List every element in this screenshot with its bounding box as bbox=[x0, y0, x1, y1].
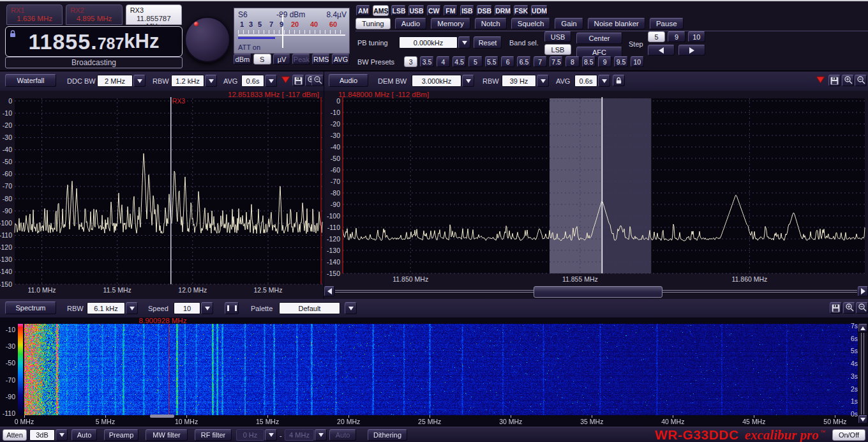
passband-lock-button[interactable] bbox=[613, 75, 625, 86]
left-avg-value[interactable]: 0.6s bbox=[241, 75, 264, 87]
left-zoom-out-button[interactable] bbox=[311, 75, 324, 86]
s-meter-unit-rms-button[interactable]: RMS bbox=[312, 54, 330, 65]
right-avg-value[interactable]: 0.6s bbox=[574, 75, 597, 87]
scroll-left-button[interactable] bbox=[324, 286, 334, 296]
right-rbw-value[interactable]: 39 Hz bbox=[502, 75, 536, 87]
step-5-button[interactable]: 5 bbox=[648, 31, 665, 42]
mode-usb-button[interactable]: USB bbox=[408, 5, 424, 16]
mode-cw-button[interactable]: CW bbox=[427, 5, 441, 16]
bw-preset-8.5-button[interactable]: 8.5 bbox=[582, 56, 595, 67]
left-rbw-dropdown[interactable] bbox=[205, 75, 217, 87]
pb-tuning-dropdown-button[interactable] bbox=[458, 36, 470, 49]
right-marker-icon[interactable] bbox=[816, 75, 825, 86]
tuning-knob[interactable] bbox=[184, 17, 230, 63]
dem-bw-value[interactable]: 3.000kHz bbox=[412, 75, 461, 87]
band-lsb-button[interactable]: LSB bbox=[544, 44, 571, 55]
ddc-bw-dropdown[interactable] bbox=[133, 75, 146, 87]
scrollbar-thumb[interactable] bbox=[534, 286, 662, 298]
bw-preset-3-button[interactable]: 3 bbox=[404, 56, 417, 67]
bw-preset-3.5-button[interactable]: 3.5 bbox=[420, 56, 433, 67]
bw-preset-4-button[interactable]: 4 bbox=[437, 56, 450, 67]
atten-auto-button[interactable]: Auto bbox=[71, 429, 97, 441]
right-save-button[interactable] bbox=[828, 75, 841, 86]
tab-squelch[interactable]: Squelch bbox=[511, 18, 551, 29]
wf-speed-value[interactable]: 10 bbox=[174, 302, 200, 314]
bw-preset-5.5-button[interactable]: 5.5 bbox=[485, 56, 498, 67]
receiver-tab-rx2[interactable]: RX24.895 MHz bbox=[66, 4, 122, 25]
palette-value[interactable]: Default bbox=[279, 302, 340, 314]
mw-filter-button[interactable]: MW filter bbox=[146, 429, 188, 441]
bw-preset-7.5-button[interactable]: 7.5 bbox=[550, 56, 563, 67]
mode-ams-button[interactable]: AMS bbox=[373, 5, 389, 16]
tab-noise-blanker[interactable]: Noise blanker bbox=[588, 18, 645, 29]
bw-preset-4.5-button[interactable]: 4.5 bbox=[453, 56, 466, 67]
mode-fsk-button[interactable]: FSK bbox=[514, 5, 528, 16]
palette-dropdown[interactable] bbox=[345, 302, 357, 314]
waterfall-view-button[interactable]: Waterfall bbox=[5, 74, 56, 87]
onoff-button[interactable]: On/Off bbox=[832, 429, 865, 441]
tab-pause[interactable]: Pause bbox=[650, 18, 684, 29]
left-rbw-value[interactable]: 1.2 kHz bbox=[171, 75, 204, 87]
pb-reset-button[interactable]: Reset bbox=[474, 36, 502, 49]
rf-filter-button[interactable]: RF filter bbox=[195, 429, 232, 441]
atten-button[interactable]: Atten bbox=[3, 429, 27, 441]
rf-high-dropdown[interactable] bbox=[315, 429, 327, 441]
step-9-button[interactable]: 9 bbox=[668, 31, 685, 42]
tab-notch[interactable]: Notch bbox=[475, 18, 507, 29]
receiver-tab-rx1[interactable]: RX11.636 MHz bbox=[6, 4, 63, 25]
scroll-right-button[interactable] bbox=[858, 286, 868, 296]
frequency-display[interactable]: 11855. 787 kHz bbox=[5, 26, 183, 57]
wf-save-button[interactable] bbox=[830, 302, 842, 314]
wf-rbw-value[interactable]: 6.1 kHz bbox=[87, 302, 125, 314]
band-usb-button[interactable]: USB bbox=[544, 31, 571, 42]
scroll-down-button[interactable] bbox=[858, 415, 867, 423]
receiver-tab-rx3[interactable]: RX311.855787 MHz bbox=[126, 4, 182, 25]
bw-preset-8-button[interactable]: 8 bbox=[565, 56, 579, 67]
bw-preset-6-button[interactable]: 6 bbox=[501, 56, 514, 67]
mode-am-button[interactable]: AM bbox=[356, 5, 370, 16]
waterfall-display[interactable] bbox=[24, 324, 858, 415]
tab-memory[interactable]: Memory bbox=[431, 18, 470, 29]
demod-spectrum-plot[interactable]: 0-10-20-30-40-50-60-70-80-90-100-110-120… bbox=[324, 91, 868, 286]
s-meter-unit-avg-button[interactable]: AVG bbox=[332, 54, 350, 65]
wf-pause-button[interactable] bbox=[225, 302, 239, 314]
bw-preset-6.5-button[interactable]: 6.5 bbox=[517, 56, 530, 67]
pb-tuning-input[interactable]: 0.000kHz bbox=[399, 36, 458, 49]
wf-rbw-dropdown[interactable] bbox=[126, 302, 138, 314]
tab-audio[interactable]: Audio bbox=[395, 18, 426, 29]
mode-fm-button[interactable]: FM bbox=[444, 5, 458, 16]
wf-zoom-out-button[interactable] bbox=[856, 302, 868, 314]
step-up-button[interactable] bbox=[678, 45, 705, 56]
bw-preset-10-button[interactable]: 10 bbox=[631, 56, 644, 67]
atten-dropdown[interactable] bbox=[56, 429, 68, 441]
preamp-button[interactable]: Preamp bbox=[104, 429, 138, 441]
right-avg-dropdown[interactable] bbox=[598, 75, 610, 87]
ddc-spectrum-plot[interactable]: 0-10-20-30-40-50-60-70-80-90-100-110-120… bbox=[0, 91, 324, 299]
dithering-button[interactable]: Dithering bbox=[368, 429, 407, 441]
atten-value[interactable]: 3dB bbox=[29, 429, 55, 441]
mode-drm-button[interactable]: DRM bbox=[495, 5, 511, 16]
dem-bw-dropdown[interactable] bbox=[462, 75, 474, 87]
step-down-button[interactable] bbox=[648, 45, 675, 56]
mode-dsb-button[interactable]: DSB bbox=[477, 5, 492, 16]
spectrum-view-button[interactable]: Spectrum bbox=[5, 301, 56, 314]
bw-preset-9.5-button[interactable]: 9.5 bbox=[614, 56, 627, 67]
wf-zoom-in-button[interactable] bbox=[843, 302, 855, 314]
mode-isb-button[interactable]: ISB bbox=[460, 5, 474, 16]
step-10-button[interactable]: 10 bbox=[688, 31, 705, 42]
s-meter-unit-µv-button[interactable]: µV bbox=[273, 54, 291, 65]
rf-low-dropdown[interactable] bbox=[265, 429, 277, 441]
ddc-bw-value[interactable]: 2 MHz bbox=[97, 75, 133, 87]
wf-speed-dropdown[interactable] bbox=[201, 302, 213, 314]
s-meter-unit-dbm-button[interactable]: dBm bbox=[234, 54, 251, 65]
mode-lsb-button[interactable]: LSB bbox=[391, 5, 406, 16]
bw-preset-5-button[interactable]: 5 bbox=[468, 56, 482, 67]
right-rbw-dropdown[interactable] bbox=[537, 75, 549, 87]
scrollbar-track[interactable] bbox=[858, 333, 867, 415]
center-button[interactable]: Center bbox=[576, 33, 622, 44]
tab-gain[interactable]: Gain bbox=[555, 18, 583, 29]
right-zoom-out-button[interactable] bbox=[855, 75, 867, 86]
left-save-button[interactable] bbox=[292, 75, 304, 86]
left-avg-dropdown[interactable] bbox=[265, 75, 277, 87]
s-meter-unit-peak-button[interactable]: Peak bbox=[292, 54, 310, 65]
